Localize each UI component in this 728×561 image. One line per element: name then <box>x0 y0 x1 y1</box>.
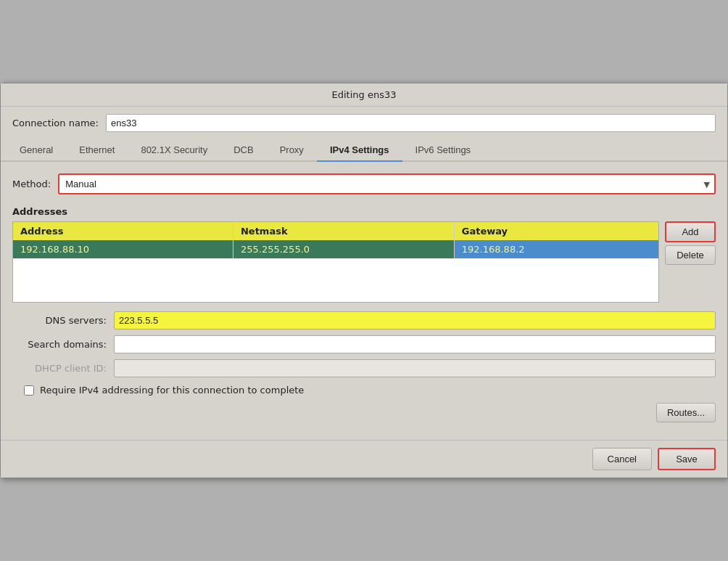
tab-proxy[interactable]: Proxy <box>267 139 317 160</box>
cell-address: 192.168.88.10 <box>13 240 233 258</box>
require-ipv4-row: Require IPv4 addressing for this connect… <box>24 385 716 396</box>
search-domains-row: Search domains: <box>12 335 716 353</box>
tab-dcb[interactable]: DCB <box>220 139 266 160</box>
addresses-section: Addresses Address Netmask Gateway <box>12 206 716 303</box>
tab-general[interactable]: General <box>7 139 66 160</box>
delete-button[interactable]: Delete <box>665 245 716 265</box>
routes-button[interactable]: Routes... <box>656 403 716 422</box>
method-select[interactable]: Manual Automatic (DHCP) Link-Local Only … <box>58 173 716 194</box>
method-row: Method: Manual Automatic (DHCP) Link-Loc… <box>12 173 716 194</box>
cancel-button[interactable]: Cancel <box>592 448 652 470</box>
dns-servers-input[interactable] <box>114 311 716 329</box>
addresses-table: Address Netmask Gateway 192.168.88.10 25… <box>13 222 658 302</box>
dhcp-client-id-input[interactable] <box>114 359 716 377</box>
connection-name-label: Connection name: <box>12 118 99 128</box>
search-domains-label: Search domains: <box>12 339 107 350</box>
require-ipv4-label: Require IPv4 addressing for this connect… <box>40 385 304 396</box>
table-empty-row <box>13 258 658 302</box>
method-label: Method: <box>12 179 51 189</box>
connection-name-input[interactable] <box>106 114 716 132</box>
search-domains-input[interactable] <box>114 335 716 353</box>
tab-8021x-security[interactable]: 802.1X Security <box>128 139 220 160</box>
dialog-body: Method: Manual Automatic (DHCP) Link-Loc… <box>1 162 727 440</box>
add-button[interactable]: Add <box>665 221 716 242</box>
col-header-address: Address <box>13 222 233 240</box>
connection-name-row: Connection name: <box>1 107 727 139</box>
addresses-table-wrapper: Address Netmask Gateway 192.168.88.10 25… <box>12 221 659 303</box>
tab-ipv4-settings[interactable]: IPv4 Settings <box>317 139 402 160</box>
dialog-footer: Cancel Save <box>1 440 727 478</box>
cell-gateway: 192.168.88.2 <box>454 240 658 258</box>
dns-servers-label: DNS servers: <box>12 315 107 326</box>
routes-action-row: Routes... <box>12 400 716 428</box>
cell-netmask: 255.255.255.0 <box>233 240 454 258</box>
require-ipv4-checkbox[interactable] <box>24 385 34 396</box>
dhcp-client-id-row: DHCP client ID: <box>12 359 716 377</box>
tab-ipv6-settings[interactable]: IPv6 Settings <box>402 139 484 160</box>
method-select-wrapper: Manual Automatic (DHCP) Link-Local Only … <box>58 173 716 194</box>
col-header-gateway: Gateway <box>454 222 658 240</box>
table-row[interactable]: 192.168.88.10 255.255.255.0 192.168.88.2 <box>13 240 658 258</box>
save-button[interactable]: Save <box>658 448 716 470</box>
col-header-netmask: Netmask <box>233 222 454 240</box>
addresses-layout: Address Netmask Gateway 192.168.88.10 25… <box>12 221 716 303</box>
tabs-bar: General Ethernet 802.1X Security DCB Pro… <box>1 139 727 162</box>
dialog-title: Editing ens33 <box>332 89 397 100</box>
dhcp-client-id-label: DHCP client ID: <box>12 363 107 374</box>
dialog-titlebar: Editing ens33 <box>1 83 727 107</box>
dns-servers-row: DNS servers: <box>12 311 716 329</box>
addresses-section-title: Addresses <box>12 206 716 217</box>
tab-ethernet[interactable]: Ethernet <box>66 139 128 160</box>
dialog-window: Editing ens33 Connection name: General E… <box>0 83 728 478</box>
addr-buttons: Add Delete <box>665 221 716 303</box>
